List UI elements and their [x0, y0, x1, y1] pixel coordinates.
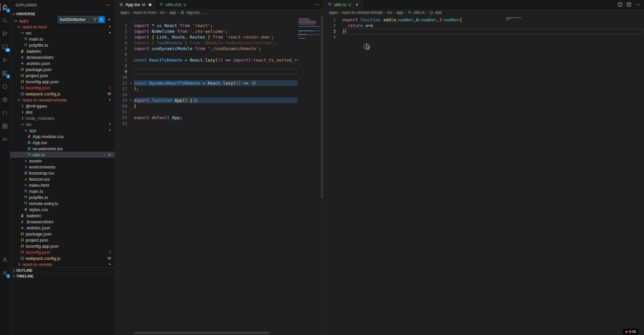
tree-item-package.json[interactable]: {}package.json	[10, 231, 115, 237]
tree-item-main.ts[interactable]: TSmain.ts	[10, 188, 115, 194]
code-area-right[interactable]: 1export function add(a:number,b:number,)…	[324, 16, 644, 335]
tree-item-styles.css[interactable]: #styles.css	[10, 206, 115, 213]
search-mode-icon[interactable]	[98, 17, 104, 23]
tree-item-.babelrc[interactable]: β.babelrc	[10, 213, 115, 219]
breadcrumb-item-apps[interactable]: apps	[120, 10, 129, 15]
activity-source-control-icon[interactable]	[1, 28, 9, 39]
minimap-right[interactable]	[505, 17, 528, 335]
tree-item-remote-entry.ts[interactable]: TSremote-entry.ts	[10, 200, 115, 206]
tree-item-.eslintrc.json[interactable]: ●.eslintrc.json	[10, 60, 115, 66]
tree-item-src[interactable]: src●	[10, 121, 115, 127]
code-line[interactable]: 19export function App() {⋯	[115, 97, 297, 103]
tree-item-.browserslistrc[interactable]: ≡.browserslistrc	[10, 54, 115, 60]
code-line[interactable]: 8	[115, 63, 297, 69]
breadcrumb-item-react-ts-host[interactable]: react-ts-host	[133, 10, 156, 15]
breadcrumb-item-src[interactable]: src	[160, 10, 165, 15]
tab-App.tsx[interactable]: App.tsxM	[115, 0, 155, 9]
code-line[interactable]: 7const ReactTsRemote = React.lazy(() => …	[115, 57, 297, 63]
code-line[interactable]: 3}	[324, 28, 644, 34]
code-line[interactable]: 10	[115, 74, 297, 80]
vertical-scrollbar[interactable]	[321, 16, 323, 198]
tree-item-main.ts[interactable]: TSmain.ts	[10, 36, 115, 42]
tree-item-webpack.config.js[interactable]: webpack.config.jsM	[10, 91, 115, 97]
fold-icon[interactable]	[127, 80, 134, 86]
tree-item-tsconfig.app.json[interactable]: {}tsconfig.app.json	[10, 79, 115, 85]
tree-item-App.module.css[interactable]: #App.module.css	[10, 133, 115, 139]
breadcrumb-item-utils.ts[interactable]: TSutils.ts	[407, 10, 425, 15]
tree-item-.browserslistrc[interactable]: ≡.browserslistrc	[10, 219, 115, 225]
dirty-indicator-icon[interactable]	[149, 3, 151, 6]
code-line[interactable]: 3import { Link, Route, Routes } from 're…	[115, 34, 297, 40]
tree-item-assets[interactable]: assets	[10, 158, 115, 164]
breadcrumb-item-apps[interactable]: apps	[329, 10, 338, 15]
tree-item-@mf-types[interactable]: @mf-types	[10, 103, 115, 109]
code-line[interactable]: 5import useDynamicModule from './useDyna…	[115, 46, 297, 51]
code-line[interactable]: 17);	[115, 86, 297, 92]
tree-item-src[interactable]: src●	[10, 30, 115, 36]
tree-item-nx-welcome.tsx[interactable]: nx-welcome.tsx	[10, 146, 115, 152]
code-line[interactable]: 53	[115, 120, 297, 126]
breadcrumb-item-src[interactable]: src	[387, 10, 392, 15]
code-line[interactable]: 4import { loadRemote } from '@module-fed…	[115, 40, 297, 46]
tree-item-app[interactable]: app●	[10, 127, 115, 133]
activity-explorer-icon[interactable]: 1	[1, 2, 9, 12]
code-line[interactable]: 4	[324, 34, 644, 40]
tree-item-App.tsx[interactable]: App.tsx	[10, 139, 115, 146]
find-input[interactable]: forkDtsWorker	[58, 17, 92, 22]
tree-item-webpack.config.js[interactable]: webpack.config.jsM	[10, 255, 115, 261]
code-line[interactable]: 9	[115, 69, 297, 74]
code-line[interactable]: 50}	[115, 103, 297, 109]
code-line[interactable]: 1export function add(a:number,b:number,)…	[324, 17, 644, 23]
filter-icon[interactable]	[92, 17, 98, 23]
tree-item-.babelrc[interactable]: β.babelrc	[10, 48, 115, 54]
activity-waves-icon[interactable]	[1, 134, 9, 144]
activity-grid-icon[interactable]	[1, 121, 9, 131]
more-actions-icon[interactable]: ⋯	[106, 2, 111, 8]
code-area-left[interactable]: ...1import * as React from 'react';2impo…	[115, 16, 323, 335]
breadcrumb-item-add[interactable]: add	[429, 10, 442, 15]
breadcrumb-item-App.tsx[interactable]: App.tsx	[180, 10, 200, 15]
tree-find-widget[interactable]: forkDtsWorker	[58, 16, 105, 23]
breadcrumb-item-react-ts-nested-remote[interactable]: react-ts-nested-remote	[342, 10, 383, 15]
breadcrumb-item-...[interactable]: ...	[204, 10, 207, 15]
split-editor-icon[interactable]	[618, 2, 623, 7]
find-close-icon[interactable]: ×	[106, 17, 112, 22]
tree-item-node-modules[interactable]: node_modules	[10, 115, 115, 121]
tree-item-tsconfig.app.json[interactable]: {}tsconfig.app.json	[10, 243, 115, 249]
tree-item-bootstrap.tsx[interactable]: bootstrap.tsx	[10, 170, 115, 176]
activity-organization-icon[interactable]	[1, 81, 9, 91]
code-line[interactable]: 51	[115, 109, 297, 115]
tree-item-react-ts-remote[interactable]: react-ts-remote●	[10, 261, 115, 267]
tree-item-index.html[interactable]: <>index.html	[10, 182, 115, 188]
code-line[interactable]: 2import NxWelcome from './nx-welcome';	[115, 28, 297, 34]
tree-item-polyfills.ts[interactable]: TSpolyfills.ts	[10, 194, 115, 200]
horizontal-scrollbar[interactable]	[134, 332, 269, 334]
activity-search-icon[interactable]	[1, 15, 9, 25]
code-line[interactable]: ...	[115, 17, 297, 23]
fold-icon[interactable]	[127, 97, 134, 103]
tree-item-react-ts-host[interactable]: react-ts-host●	[10, 24, 115, 30]
tree-item-environments[interactable]: environments	[10, 164, 115, 170]
tree-item-polyfills.ts[interactable]: TSpolyfills.ts	[10, 42, 115, 48]
tree-item-.eslintrc.json[interactable]: ●.eslintrc.json	[10, 225, 115, 231]
close-icon[interactable]: ×	[355, 2, 359, 7]
breadcrumb-item-app[interactable]: app	[396, 10, 403, 15]
code-line[interactable]: 2 return a+b	[324, 23, 644, 28]
tree-item-dist[interactable]: dist	[10, 109, 115, 115]
tab-utils.d.ts[interactable]: TSutils.d.tsU	[155, 0, 190, 9]
breadcrumb-item-app[interactable]: app	[169, 10, 176, 15]
tree-item-react-ts-nested-remote[interactable]: react-ts-nested-remote●	[10, 97, 115, 103]
code-line[interactable]: 6	[115, 51, 297, 57]
more-icon[interactable]: ⋯	[314, 2, 320, 8]
tree-item-tsconfig.json[interactable]: {}tsconfig.json1	[10, 85, 115, 91]
code-line[interactable]: 18	[115, 92, 297, 97]
tree-item-utils.ts[interactable]: TSutils.tsU	[10, 152, 115, 158]
code-line[interactable]: 1import * as React from 'react';	[115, 23, 297, 28]
outline-section-header[interactable]: OUTLINE	[10, 267, 115, 273]
activity-extensions-icon[interactable]: 3	[1, 68, 9, 78]
code-line[interactable]: 11const DynamicReactTsRemote = React.laz…	[115, 80, 297, 86]
activity-code-brackets-icon[interactable]	[1, 108, 9, 118]
tree-item-favicon.ico[interactable]: ★favicon.ico	[10, 176, 115, 182]
more-icon[interactable]: ⋯	[635, 2, 641, 8]
activity-settings-icon[interactable]: 1	[1, 268, 9, 278]
